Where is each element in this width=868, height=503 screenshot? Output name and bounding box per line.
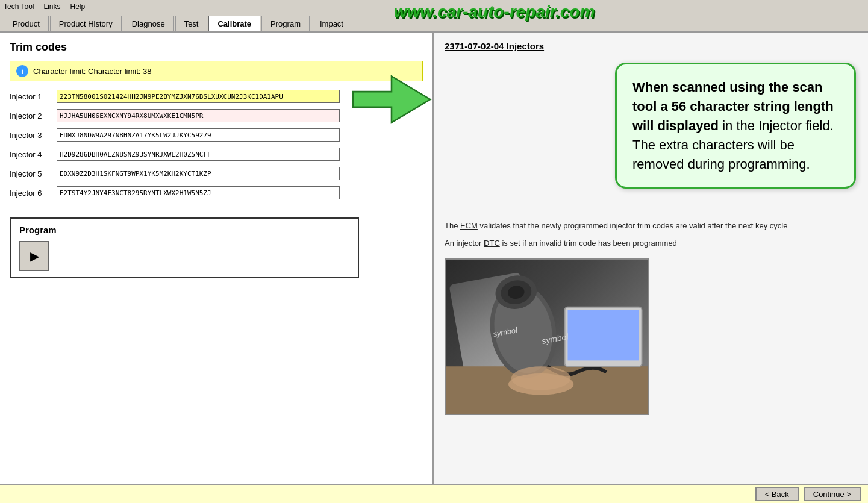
- info-line-2: An injector DTC is set if an invalid tri…: [445, 237, 857, 250]
- injector-2-input[interactable]: [57, 109, 340, 122]
- injector-2-label: Injector 2: [10, 111, 52, 120]
- right-panel: 2371-07-02-04 Injectors When scanned usi…: [434, 33, 868, 484]
- menu-help[interactable]: Help: [70, 2, 86, 11]
- tab-product-history[interactable]: Product History: [50, 16, 122, 31]
- info-text-area: The ECM validates that the newly program…: [445, 220, 857, 250]
- injector-row-4: Injector 4: [10, 148, 423, 161]
- bottom-bar: < Back Continue >: [0, 484, 868, 503]
- tab-impact[interactable]: Impact: [311, 16, 352, 31]
- program-box-title: Program: [19, 225, 349, 235]
- injector-6-label: Injector 6: [10, 189, 52, 198]
- injector-3-label: Injector 3: [10, 131, 52, 140]
- dtc-link: DTC: [484, 239, 500, 248]
- nav-tabs: Product Product History Diagnose Test Ca…: [0, 13, 868, 33]
- injector-5-input[interactable]: [57, 167, 340, 180]
- injector-1-label: Injector 1: [10, 92, 52, 101]
- continue-button[interactable]: Continue >: [804, 487, 861, 501]
- menu-bar: Tech Tool Links Help www.car-auto-repair…: [0, 0, 868, 13]
- info-balloon: When scanned using the scan tool a 56 ch…: [615, 63, 856, 189]
- tab-program[interactable]: Program: [261, 16, 310, 31]
- info-icon: i: [16, 65, 28, 77]
- svg-marker-0: [353, 76, 431, 122]
- menu-tech-tool[interactable]: Tech Tool: [4, 2, 34, 11]
- green-arrow: [337, 72, 446, 127]
- back-button[interactable]: < Back: [755, 487, 799, 501]
- tab-product[interactable]: Product: [4, 16, 49, 31]
- injector-4-input[interactable]: [57, 148, 340, 161]
- play-button[interactable]: ▶: [19, 241, 49, 271]
- info-line-1: The ECM validates that the newly program…: [445, 220, 857, 233]
- tab-test[interactable]: Test: [175, 16, 208, 31]
- tab-diagnose[interactable]: Diagnose: [123, 16, 174, 31]
- svg-point-11: [508, 373, 573, 395]
- tab-calibrate[interactable]: Calibrate: [208, 16, 260, 31]
- program-box: Program ▶: [10, 217, 359, 278]
- injector-3-input[interactable]: [57, 128, 340, 142]
- ecm-link: ECM: [460, 221, 478, 230]
- injector-row-6: Injector 6: [10, 186, 423, 199]
- injector-row-3: Injector 3: [10, 128, 423, 142]
- injector-row-5: Injector 5: [10, 167, 423, 180]
- injector-6-input[interactable]: [57, 186, 340, 199]
- injector-4-label: Injector 4: [10, 150, 52, 159]
- menu-links[interactable]: Links: [43, 2, 60, 11]
- scanner-image: symbol: [445, 258, 649, 415]
- char-limit-text: Character limit: Character limit: 38: [33, 67, 152, 76]
- injector-5-label: Injector 5: [10, 169, 52, 178]
- svg-rect-8: [567, 310, 639, 360]
- main-layout: Trim codes i Character limit: Character …: [0, 33, 868, 484]
- injector-1-input[interactable]: [57, 90, 340, 103]
- section-title: Trim codes: [10, 41, 423, 54]
- right-panel-title: 2371-07-02-04 Injectors: [445, 41, 857, 51]
